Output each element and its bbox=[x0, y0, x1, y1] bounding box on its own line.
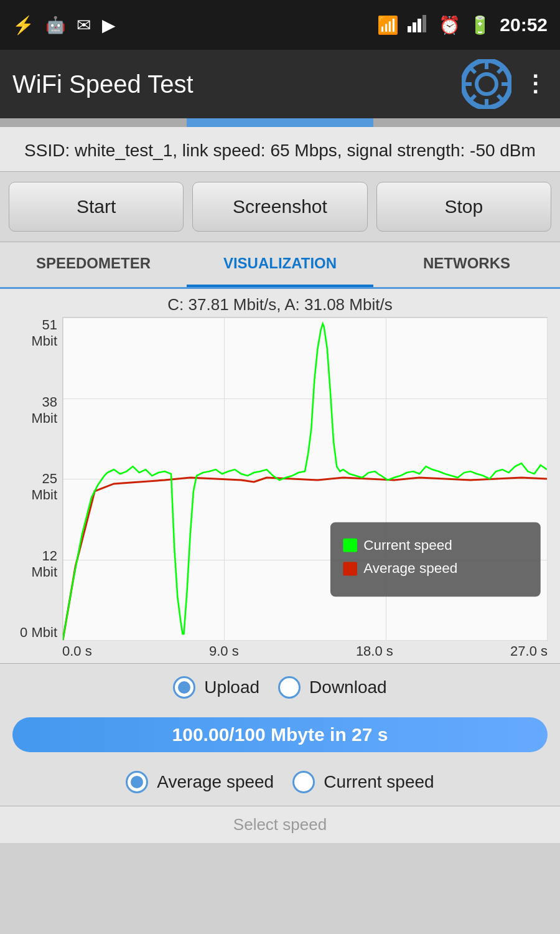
average-speed-radio-group[interactable]: Average speed bbox=[126, 771, 274, 793]
status-time: 20:52 bbox=[500, 14, 548, 35]
buttons-row: Start Screenshot Stop bbox=[0, 172, 560, 242]
svg-rect-3 bbox=[422, 15, 426, 32]
status-icons-left: ⚡ 🤖 ✉ ▶ bbox=[12, 15, 116, 35]
current-speed-radio-group[interactable]: Current speed bbox=[292, 771, 434, 793]
upload-radio-group[interactable]: Upload bbox=[173, 676, 259, 699]
tab-strip-seg-3 bbox=[373, 118, 560, 127]
svg-rect-0 bbox=[408, 26, 411, 32]
svg-rect-17 bbox=[343, 562, 357, 576]
y-label-0: 0 Mbit bbox=[12, 625, 62, 641]
svg-line-11 bbox=[498, 95, 505, 102]
app-title: WiFi Speed Test bbox=[12, 70, 194, 98]
android-icon: 🤖 bbox=[45, 16, 65, 35]
svg-rect-15 bbox=[343, 539, 357, 552]
average-speed-radio[interactable] bbox=[126, 771, 148, 793]
upload-download-row: Upload Download bbox=[0, 663, 560, 711]
svg-rect-14 bbox=[330, 522, 541, 597]
x-label-18: 18.0 s bbox=[356, 643, 393, 659]
screenshot-button[interactable]: Screenshot bbox=[192, 182, 367, 232]
overflow-menu-icon[interactable]: ⋮ bbox=[524, 73, 548, 95]
status-icons-right: 📶 ⏰ 🔋 20:52 bbox=[377, 14, 548, 36]
select-speed-label: Select speed bbox=[0, 806, 560, 843]
signal-icon bbox=[408, 14, 430, 36]
progress-text: 100.00/100 Mbyte in 27 s bbox=[172, 724, 388, 745]
tab-visualization[interactable]: VISUALIZATION bbox=[187, 242, 373, 287]
wifi-icon: 📶 bbox=[377, 15, 399, 35]
svg-text:Average speed: Average speed bbox=[363, 561, 457, 577]
chart-container: C: 37.81 Mbit/s, A: 31.08 Mbit/s 51 Mbit… bbox=[0, 289, 560, 663]
download-radio[interactable] bbox=[278, 676, 301, 699]
current-speed-label: Current speed bbox=[324, 772, 434, 792]
svg-rect-1 bbox=[413, 22, 416, 32]
x-label-27: 27.0 s bbox=[510, 643, 548, 659]
average-speed-label: Average speed bbox=[157, 772, 274, 792]
svg-line-10 bbox=[469, 66, 475, 73]
chart-y-labels: 51 Mbit 38 Mbit 25 Mbit 12 Mbit 0 Mbit bbox=[12, 317, 62, 641]
tabs: SPEEDOMETER VISUALIZATION NETWORKS bbox=[0, 242, 560, 289]
tab-strip-seg-1 bbox=[0, 118, 187, 127]
speed-chart-svg: Current speed Average speed bbox=[63, 318, 547, 640]
select-speed-text: Select speed bbox=[233, 815, 327, 834]
y-label-51: 51 Mbit bbox=[12, 317, 62, 349]
tab-speedometer[interactable]: SPEEDOMETER bbox=[0, 242, 187, 287]
tab-strip-seg-2 bbox=[187, 118, 373, 127]
y-label-38: 38 Mbit bbox=[12, 394, 62, 427]
status-bar: ⚡ 🤖 ✉ ▶ 📶 ⏰ 🔋 20:52 bbox=[0, 0, 560, 50]
stop-button[interactable]: Stop bbox=[376, 182, 551, 232]
chart-speed-label: C: 37.81 Mbit/s, A: 31.08 Mbit/s bbox=[12, 295, 548, 314]
chart-area: Current speed Average speed bbox=[62, 317, 548, 641]
play-icon: ▶ bbox=[102, 15, 116, 35]
speed-select-row: Average speed Current speed bbox=[0, 758, 560, 806]
x-label-9: 9.0 s bbox=[209, 643, 239, 659]
svg-line-13 bbox=[469, 95, 475, 102]
wifi-info-text: SSID: white_test_1, link speed: 65 Mbps,… bbox=[12, 138, 548, 163]
current-speed-radio[interactable] bbox=[292, 771, 315, 793]
battery-icon: 🔋 bbox=[469, 15, 491, 35]
svg-text:Current speed: Current speed bbox=[363, 537, 452, 553]
app-bar: WiFi Speed Test ⋮ bbox=[0, 50, 560, 118]
upload-radio[interactable] bbox=[173, 676, 195, 699]
y-label-25: 25 Mbit bbox=[12, 471, 62, 503]
download-radio-group[interactable]: Download bbox=[278, 676, 387, 699]
progress-bar-container: 100.00/100 Mbyte in 27 s bbox=[0, 711, 560, 758]
mail-icon: ✉ bbox=[77, 15, 91, 35]
gear-logo-icon bbox=[462, 59, 511, 109]
download-label: Download bbox=[309, 677, 387, 697]
usb-icon: ⚡ bbox=[12, 15, 34, 35]
alarm-icon: ⏰ bbox=[439, 15, 460, 35]
x-labels: 0.0 s 9.0 s 18.0 s 27.0 s bbox=[62, 641, 548, 663]
chart-row: 51 Mbit 38 Mbit 25 Mbit 12 Mbit 0 Mbit bbox=[12, 317, 548, 641]
upload-label: Upload bbox=[204, 677, 259, 697]
svg-point-5 bbox=[477, 74, 497, 94]
svg-line-12 bbox=[498, 66, 505, 73]
svg-rect-2 bbox=[418, 19, 421, 32]
y-label-12: 12 Mbit bbox=[12, 548, 62, 580]
tab-strip-top bbox=[0, 118, 560, 127]
tab-networks[interactable]: NETWORKS bbox=[373, 242, 560, 287]
app-bar-right: ⋮ bbox=[462, 59, 548, 109]
start-button[interactable]: Start bbox=[9, 182, 184, 232]
progress-bar: 100.00/100 Mbyte in 27 s bbox=[12, 717, 548, 752]
wifi-info: SSID: white_test_1, link speed: 65 Mbps,… bbox=[0, 127, 560, 172]
x-label-0: 0.0 s bbox=[62, 643, 92, 659]
